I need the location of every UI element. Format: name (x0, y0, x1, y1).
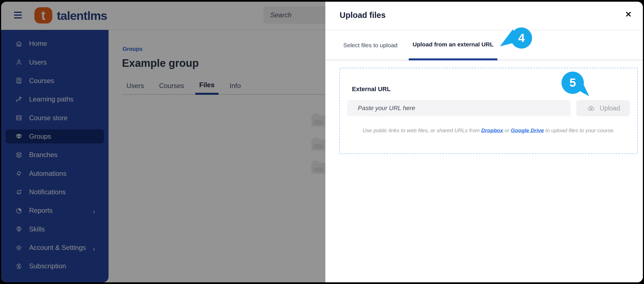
upload-tabs: Select files to upload Upload from an ex… (325, 30, 643, 60)
step-4-callout: 4 (498, 27, 534, 51)
step-5-callout: 5 (561, 71, 591, 98)
tab-select-files[interactable]: Select files to upload (339, 30, 401, 60)
upload-button[interactable]: Upload (576, 100, 630, 116)
external-url-label: External URL (352, 86, 391, 93)
modal-header: Upload files ✕ (325, 2, 643, 30)
app-window: t talentlms Home Users Courses Learning … (1, 2, 643, 282)
callout-number: 4 (511, 27, 532, 49)
dropbox-link[interactable]: Dropbox (481, 127, 503, 133)
modal-title: Upload files (340, 11, 386, 20)
external-url-panel: External URL Upload Use public links to … (339, 68, 638, 154)
google-drive-link[interactable]: Google Drive (511, 127, 544, 133)
tab-external-url[interactable]: Upload from an external URL (409, 30, 497, 60)
url-input[interactable] (347, 100, 571, 116)
callout-number: 5 (561, 72, 584, 94)
upload-files-modal: Upload files ✕ Select files to upload Up… (325, 2, 643, 282)
upload-help-text: Use public links to web files, or shared… (340, 127, 637, 134)
cloud-upload-icon (586, 104, 596, 112)
close-icon[interactable]: ✕ (625, 11, 632, 18)
